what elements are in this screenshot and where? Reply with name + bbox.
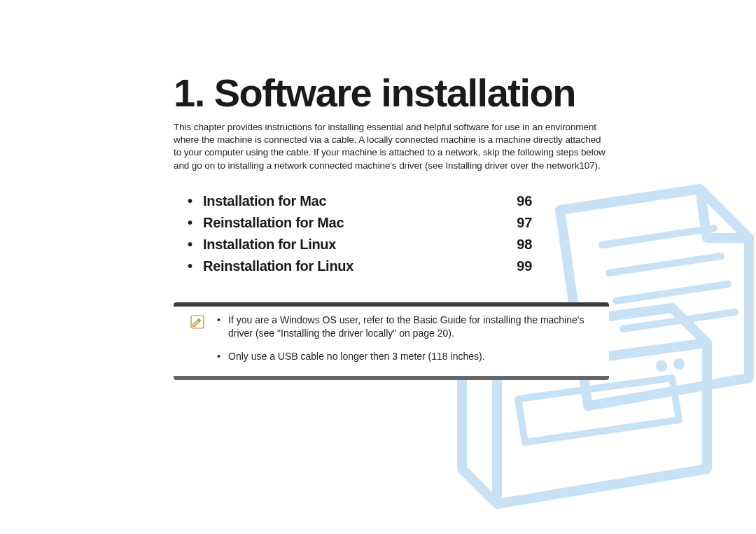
toc-item[interactable]: • Installation for Linux 98 [188,237,609,253]
note-box: If you are a Windows OS user, refer to t… [174,302,609,380]
svg-line-0 [602,228,714,245]
bullet-icon: • [188,193,203,209]
toc-page: 96 [517,193,532,209]
svg-point-5 [656,360,667,372]
toc-label: Reinstallation for Mac [203,215,344,231]
content-area: 1. Software installation This chapter pr… [174,70,609,380]
toc-label: Reinstallation for Linux [203,258,354,274]
bullet-icon: • [188,215,203,231]
note-item: Only use a USB cable no longer then 3 me… [214,350,592,363]
bullet-icon: • [188,258,203,274]
toc-item[interactable]: • Installation for Mac 96 [188,193,609,209]
bullet-icon: • [188,237,203,253]
table-of-contents: • Installation for Mac 96 • Reinstallati… [188,193,609,274]
svg-line-1 [609,256,721,273]
toc-label: Installation for Mac [203,193,326,209]
page-root: 1. Software installation This chapter pr… [0,0,756,534]
note-list: If you are a Windows OS user, refer to t… [214,314,592,363]
toc-page: 99 [517,258,532,274]
toc-label: Installation for Linux [203,237,336,253]
svg-line-2 [616,284,728,301]
chapter-intro: This chapter provides instructions for i… [174,121,609,172]
svg-point-4 [673,358,685,370]
svg-line-3 [623,312,735,329]
chapter-title: Software installation [214,71,575,115]
toc-item[interactable]: • Reinstallation for Linux 99 [188,258,609,274]
toc-page: 98 [517,237,532,253]
chapter-number: 1. [174,71,204,115]
toc-item[interactable]: • Reinstallation for Mac 97 [188,215,609,231]
toc-page: 97 [517,215,532,231]
chapter-heading: 1. Software installation [174,70,609,115]
note-icon [190,315,204,329]
note-item: If you are a Windows OS user, refer to t… [214,314,592,340]
